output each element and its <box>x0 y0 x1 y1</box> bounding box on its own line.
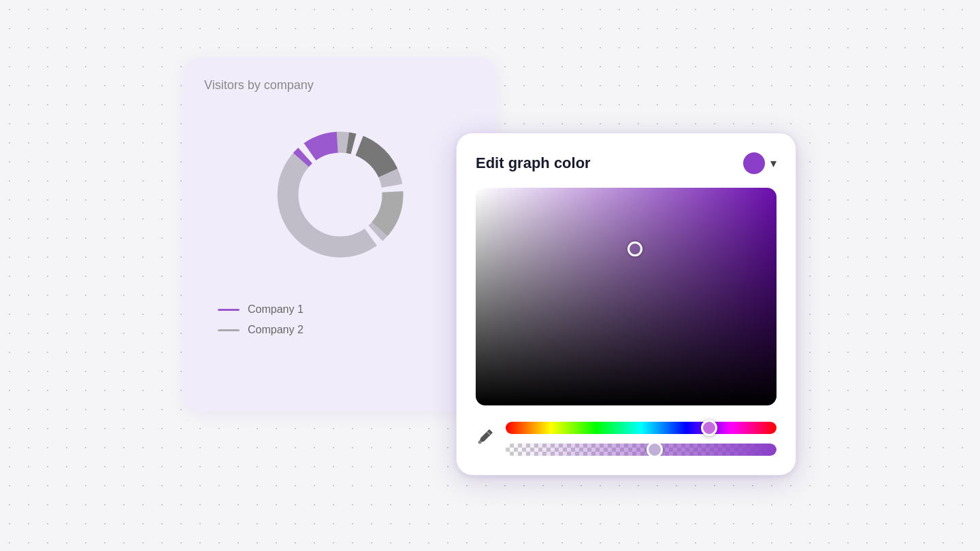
selected-color-circle[interactable] <box>743 152 765 174</box>
donut-chart <box>265 120 415 269</box>
legend-color-company2 <box>218 329 240 331</box>
visitors-card: Visitors by company <box>184 58 497 412</box>
sliders-column <box>506 422 777 456</box>
legend-item-company2: Company 2 <box>218 324 476 336</box>
chevron-down-icon[interactable]: ▾ <box>770 156 777 171</box>
saturation-brightness-picker[interactable] <box>476 188 777 405</box>
alpha-slider[interactable] <box>506 444 777 456</box>
visitors-card-title: Visitors by company <box>204 78 476 93</box>
alpha-gradient <box>506 444 777 456</box>
svg-point-8 <box>478 441 482 444</box>
chart-legend: Company 1 Company 2 <box>204 303 476 336</box>
eyedropper-icon[interactable] <box>476 427 495 450</box>
picker-title: Edit graph color <box>476 154 591 172</box>
picker-header: Edit graph color ▾ <box>476 152 777 174</box>
main-scene: Visitors by company <box>184 44 796 507</box>
hue-slider[interactable] <box>506 422 777 434</box>
donut-chart-container <box>204 106 476 283</box>
legend-label-company1: Company 1 <box>248 303 304 316</box>
legend-color-company1 <box>218 309 240 311</box>
alpha-slider-thumb[interactable] <box>647 444 663 456</box>
picker-header-controls: ▾ <box>743 152 777 174</box>
legend-label-company2: Company 2 <box>248 324 304 336</box>
sliders-section <box>476 422 777 456</box>
color-picker-card: Edit graph color ▾ <box>456 133 796 475</box>
saturation-cursor[interactable] <box>627 241 642 256</box>
legend-item-company1: Company 1 <box>218 303 476 316</box>
hue-slider-thumb[interactable] <box>701 420 717 436</box>
